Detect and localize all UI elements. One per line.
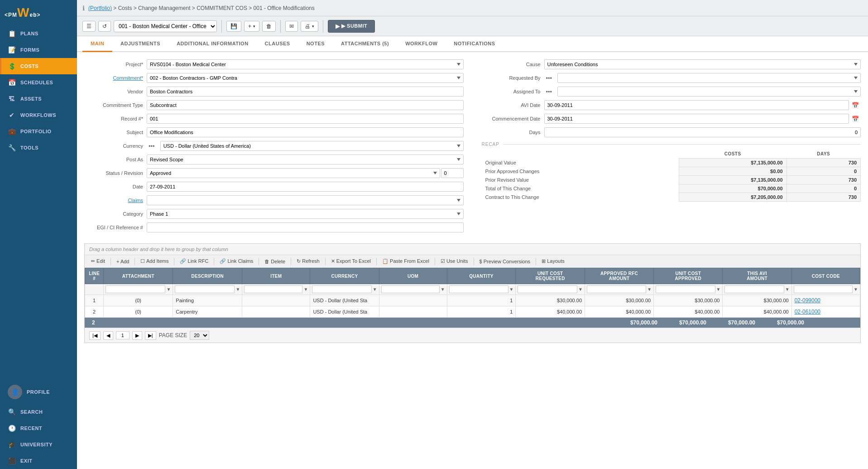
tab-additional[interactable]: ADDITIONAL INFORMATION — [168, 36, 256, 52]
currency-select[interactable]: USD - Dollar (United States of America) — [160, 141, 464, 151]
tab-notifications[interactable]: NOTIFICATIONS — [446, 36, 503, 52]
revision-input[interactable] — [441, 168, 464, 178]
commencement-calendar-icon[interactable]: 📅 — [850, 115, 861, 123]
link-rfc-button[interactable]: 🔗 Link RFC — [177, 257, 211, 266]
claims-label[interactable]: Claims — [84, 198, 143, 203]
export-excel-button[interactable]: ✕ Export To Excel — [328, 257, 374, 266]
filter-uca-input[interactable] — [656, 285, 715, 293]
filter-attach-input[interactable] — [106, 285, 165, 293]
sidebar-item-profile[interactable]: 👤 PROFILE — [0, 380, 77, 404]
record-input[interactable] — [147, 114, 464, 124]
post-as-select[interactable]: Revised Scope — [147, 155, 464, 164]
commitment-label[interactable]: Commitment* — [84, 75, 143, 81]
link-claims-button[interactable]: 🔗 Link Claims — [217, 257, 256, 266]
cost-code-link-2[interactable]: 02-061000 — [795, 309, 820, 315]
add-button[interactable]: + ▾ — [244, 21, 259, 32]
sidebar-item-university[interactable]: 🎓 UNIVERSITY — [0, 436, 77, 453]
cell-attach-1[interactable]: (0) — [104, 295, 173, 306]
prev-page-button[interactable]: ◀ — [103, 331, 113, 340]
add-items-button[interactable]: ☐ Add Items — [138, 257, 171, 266]
list-view-button[interactable]: ☰ — [82, 21, 96, 32]
sidebar-item-schedules[interactable]: 📅 SCHEDULES — [0, 74, 77, 91]
filter-cc-btn[interactable]: ▼ — [854, 287, 858, 292]
requested-by-dots-button[interactable]: ••• — [544, 74, 554, 82]
tab-main[interactable]: MAIN — [82, 36, 112, 52]
add-row-button[interactable]: + Add — [114, 257, 132, 266]
sidebar-item-assets[interactable]: 🏗 ASSETS — [0, 91, 77, 107]
tab-attachments[interactable]: ATTACHMENTS (5) — [333, 36, 397, 52]
breadcrumb-portfolio[interactable]: (Portfolio) — [88, 5, 112, 11]
filter-ucr-btn[interactable]: ▼ — [578, 287, 583, 292]
sidebar-item-exit[interactable]: ⬛ EXIT — [0, 453, 77, 469]
tab-adjustments[interactable]: ADJUSTMENTS — [112, 36, 168, 52]
days-input[interactable] — [544, 127, 861, 137]
print-button[interactable]: 🖨 ▾ — [301, 21, 318, 32]
tab-workflow[interactable]: WORKFLOW — [397, 36, 446, 52]
sidebar-item-workflows[interactable]: ✔ WORKFLOWS — [0, 107, 77, 123]
subject-input[interactable] — [147, 127, 464, 137]
sidebar-item-recent[interactable]: 🕐 RECENT — [0, 420, 77, 436]
cell-cc-1[interactable]: 02-099000 — [791, 295, 860, 306]
cell-attach-2[interactable]: (0) — [104, 306, 173, 318]
filter-item-btn[interactable]: ▼ — [303, 287, 308, 292]
cost-code-link-1[interactable]: 02-099000 — [795, 297, 820, 304]
sidebar-item-forms[interactable]: 📝 FORMS — [0, 42, 77, 58]
save-button[interactable]: 💾 — [226, 21, 241, 32]
paste-excel-button[interactable]: 📋 Paste From Excel — [379, 257, 432, 266]
sidebar-item-tools[interactable]: 🔧 TOOLS — [0, 140, 77, 156]
filter-uom-btn[interactable]: ▼ — [441, 287, 445, 292]
currency-dots-button[interactable]: ••• — [147, 142, 157, 150]
vendor-input[interactable] — [147, 87, 464, 97]
filter-qty-btn[interactable]: ▼ — [509, 287, 514, 292]
filter-tavi-input[interactable] — [724, 285, 784, 293]
refresh-button[interactable]: ↻ Refresh — [294, 257, 322, 266]
filter-arfc-btn[interactable]: ▼ — [647, 287, 652, 292]
filter-qty-input[interactable] — [449, 285, 508, 293]
filter-desc-btn[interactable]: ▼ — [235, 287, 240, 292]
filter-attach-btn[interactable]: ▼ — [166, 287, 171, 292]
cause-select[interactable]: Unforeseen Conditions — [544, 59, 861, 69]
page-size-select[interactable]: 20 — [190, 331, 209, 340]
filter-desc-input[interactable] — [175, 285, 235, 293]
sidebar-item-plans[interactable]: 📋 PLANS — [0, 25, 77, 42]
sidebar-item-search[interactable]: 🔍 SEARCH — [0, 404, 77, 420]
project-select[interactable]: RVS0104 - Boston Medical Center — [147, 59, 464, 69]
filter-cc-input[interactable] — [794, 285, 853, 293]
undo-button[interactable]: ↺ — [98, 21, 111, 32]
next-page-button[interactable]: ▶ — [132, 331, 142, 340]
cell-cc-2[interactable]: 02-061000 — [791, 306, 860, 318]
edit-button[interactable]: ✏ ✏ EditEdit — [88, 257, 108, 266]
delete-button[interactable]: 🗑 — [262, 21, 276, 32]
status-select[interactable]: Approved — [147, 168, 440, 178]
preview-conversions-button[interactable]: $ Preview Conversions — [477, 257, 533, 266]
date-input[interactable] — [147, 182, 464, 192]
layouts-button[interactable]: ⊞ Layouts — [539, 257, 567, 266]
avi-date-input[interactable] — [544, 100, 849, 110]
sidebar-item-portfolio[interactable]: 💼 PORTFOLIO — [0, 123, 77, 140]
filter-currency-input[interactable] — [312, 285, 371, 293]
assigned-to-dots-button[interactable]: ••• — [544, 87, 554, 96]
delete-row-button[interactable]: 🗑 Delete — [262, 257, 288, 266]
filter-ucr-input[interactable] — [518, 285, 577, 293]
filter-arfc-input[interactable] — [587, 285, 646, 293]
record-select[interactable]: 001 - Boston Medical Center - Office — [114, 20, 217, 32]
use-units-button[interactable]: ☑ Use Units — [438, 257, 471, 266]
filter-item-input[interactable] — [244, 285, 302, 293]
filter-tavi-btn[interactable]: ▼ — [785, 287, 790, 292]
category-select[interactable]: Phase 1 — [147, 209, 464, 219]
tab-clauses[interactable]: CLAUSES — [257, 36, 298, 52]
assigned-to-select[interactable] — [557, 87, 861, 97]
first-page-button[interactable]: |◀ — [89, 331, 101, 340]
filter-uca-btn[interactable]: ▼ — [716, 287, 721, 292]
commitment-type-input[interactable] — [147, 100, 464, 110]
sidebar-item-costs[interactable]: 💲 COSTS — [0, 58, 77, 74]
tab-notes[interactable]: NOTES — [298, 36, 333, 52]
avi-date-calendar-icon[interactable]: 📅 — [850, 101, 861, 110]
filter-currency-btn[interactable]: ▼ — [373, 287, 377, 292]
filter-uom-input[interactable] — [381, 285, 440, 293]
email-button[interactable]: ✉ — [285, 21, 298, 32]
requested-by-select[interactable] — [557, 73, 861, 83]
claims-select[interactable] — [147, 195, 464, 205]
egi-input[interactable] — [147, 222, 464, 232]
last-page-button[interactable]: ▶| — [145, 331, 156, 340]
